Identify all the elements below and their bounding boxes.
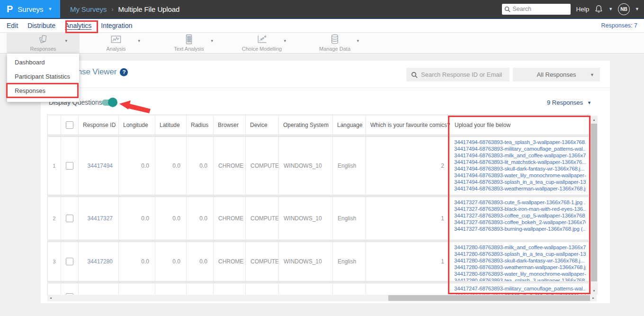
row-checkbox[interactable] bbox=[66, 162, 73, 170]
product-menu[interactable]: P Surveys ▼ bbox=[0, 0, 60, 18]
chevron-down-icon[interactable]: ▼ bbox=[608, 7, 613, 11]
responses-icon bbox=[38, 34, 48, 46]
tab-edit[interactable]: Edit bbox=[7, 22, 18, 29]
display-questions-toggle-knob[interactable] bbox=[108, 98, 117, 107]
chevron-down-icon[interactable]: ▾ bbox=[211, 38, 213, 43]
questionpro-logo-icon: P bbox=[7, 4, 13, 15]
response-id-link[interactable]: 34417494 bbox=[88, 163, 113, 169]
browser-cell: CHROME bbox=[214, 137, 246, 195]
column-header-radius[interactable]: Radius bbox=[187, 115, 214, 135]
latitude-cell: 0.0 bbox=[155, 197, 187, 240]
analysis-icon bbox=[110, 34, 122, 46]
row-number-cell: 1 bbox=[48, 137, 61, 195]
radius-cell: 0.0 bbox=[187, 242, 214, 281]
column-header-longitude[interactable]: Longitude bbox=[119, 115, 155, 135]
global-search[interactable] bbox=[502, 4, 571, 15]
device-cell: COMPUTER bbox=[246, 137, 279, 195]
chevron-down-icon: ▼ bbox=[587, 100, 591, 105]
scroll-right-icon[interactable]: ▸ bbox=[590, 295, 597, 301]
responses-counter[interactable]: Responses: 7 bbox=[601, 22, 637, 29]
analytics-toolbar: ▾Responses▾Analysis▾Text Analysis▾Choice… bbox=[0, 33, 644, 54]
row-number-cell: 2 bbox=[48, 197, 61, 240]
divider bbox=[41, 88, 610, 88]
toolbar-analysis[interactable]: ▾Analysis bbox=[80, 33, 152, 53]
menu-item-participant-statistics[interactable]: Participant Statistics bbox=[7, 70, 79, 84]
device-cell: COMPUTER bbox=[246, 197, 279, 240]
toolbar-label: Analysis bbox=[107, 46, 126, 52]
breadcrumb-parent[interactable]: My Surveys bbox=[70, 5, 107, 13]
global-search-input[interactable] bbox=[512, 6, 565, 12]
annotation-arrow-icon bbox=[119, 100, 151, 113]
annotation-box-upload-column bbox=[448, 116, 590, 294]
device-cell bbox=[246, 283, 279, 295]
response-id-link[interactable]: 34417327 bbox=[88, 215, 113, 222]
product-menu-label: Surveys bbox=[18, 5, 43, 13]
comics-cell: 1 bbox=[366, 197, 450, 240]
browser-cell: CHROME bbox=[214, 197, 246, 240]
toolbar-label: Text Analysis bbox=[174, 46, 204, 52]
response-filter-dropdown[interactable]: All Responses ▼ bbox=[513, 68, 600, 81]
column-header-device[interactable]: Device bbox=[246, 115, 279, 135]
notifications-bell-icon[interactable] bbox=[594, 4, 603, 14]
column-header-language[interactable]: Language bbox=[333, 115, 366, 135]
select-all-checkbox[interactable] bbox=[66, 121, 73, 129]
chevron-down-icon: ▼ bbox=[590, 72, 594, 77]
user-avatar[interactable]: NB bbox=[618, 3, 630, 15]
scroll-up-icon[interactable]: ▴ bbox=[590, 116, 598, 124]
manage-data-icon bbox=[330, 34, 340, 47]
response-search-input[interactable] bbox=[421, 71, 502, 78]
search-icon bbox=[411, 72, 418, 78]
row-checkbox[interactable] bbox=[66, 215, 73, 222]
language-cell bbox=[333, 283, 366, 295]
os-cell: WINDOWS_10 bbox=[279, 137, 333, 195]
response-id-cell: 34417280 bbox=[79, 242, 119, 281]
horizontal-scroll-thumb[interactable] bbox=[388, 295, 590, 301]
toolbar-choice-modelling[interactable]: ▾Choice Modelling bbox=[225, 33, 298, 53]
column-header-which-is-your-favourite-comics[interactable]: Which is your favourite comics? bbox=[366, 115, 450, 135]
toolbar-text-analysis[interactable]: ▾Text Analysis bbox=[152, 33, 225, 53]
toolbar-responses[interactable]: ▾Responses bbox=[7, 33, 80, 53]
response-filter-label: All Responses bbox=[537, 71, 576, 78]
scroll-down-icon[interactable]: ▾ bbox=[590, 287, 598, 295]
chevron-down-icon[interactable]: ▾ bbox=[284, 38, 286, 43]
comics-cell: 1 bbox=[366, 242, 450, 281]
top-bar: P Surveys ▼ My Surveys › Multiple File U… bbox=[0, 0, 644, 19]
breadcrumb-current: Multiple File Upload bbox=[118, 5, 180, 13]
os-cell bbox=[279, 283, 333, 295]
chevron-down-icon[interactable]: ▾ bbox=[65, 38, 67, 43]
row-number-cell: 3 bbox=[48, 242, 61, 281]
device-cell: COMPUTER bbox=[246, 242, 279, 281]
column-header-response-id[interactable]: Response ID▲ bbox=[79, 115, 119, 135]
tab-integration[interactable]: Integration bbox=[101, 22, 132, 29]
horizontal-scrollbar[interactable]: ◂ ▸ bbox=[47, 295, 597, 301]
breadcrumb-separator-icon: › bbox=[111, 6, 113, 13]
vertical-scrollbar[interactable]: ▴ ▾ bbox=[590, 116, 598, 295]
toolbar-manage-data[interactable]: ▾Manage Data bbox=[298, 33, 371, 53]
responses-count-dropdown[interactable]: 9 Responses ▼ bbox=[547, 99, 591, 106]
column-header-latitude[interactable]: Latitude bbox=[155, 115, 187, 135]
row-number-cell bbox=[48, 283, 61, 295]
chevron-down-icon[interactable]: ▾ bbox=[357, 38, 359, 43]
menu-item-dashboard[interactable]: Dashboard bbox=[7, 55, 79, 70]
response-id-link[interactable]: 34417280 bbox=[88, 258, 113, 265]
chevron-down-icon[interactable]: ▾ bbox=[138, 38, 140, 43]
comics-cell bbox=[366, 283, 450, 295]
tab-distribute[interactable]: Distribute bbox=[27, 22, 55, 29]
chevron-down-icon[interactable]: ▼ bbox=[635, 7, 639, 11]
response-id-cell: 34417494 bbox=[79, 137, 119, 195]
row-checkbox[interactable] bbox=[66, 258, 73, 265]
response-search[interactable] bbox=[406, 68, 510, 81]
latitude-cell: 0.0 bbox=[155, 242, 187, 281]
toolbar-label: Responses bbox=[30, 46, 56, 52]
os-cell: WINDOWS_10 bbox=[279, 197, 333, 240]
chevron-down-icon: ▼ bbox=[48, 7, 53, 11]
column-header-operating-system[interactable]: Operating System bbox=[279, 115, 333, 135]
latitude-cell bbox=[155, 283, 187, 295]
help-link[interactable]: Help bbox=[576, 6, 589, 13]
scroll-left-icon[interactable]: ◂ bbox=[47, 295, 54, 301]
vertical-scroll-thumb[interactable] bbox=[591, 124, 597, 281]
annotation-box-responses-menu-item bbox=[6, 83, 79, 98]
help-question-icon[interactable]: ? bbox=[120, 68, 128, 76]
breadcrumb: My Surveys › Multiple File Upload bbox=[70, 5, 179, 13]
column-header-browser[interactable]: Browser bbox=[214, 115, 246, 135]
